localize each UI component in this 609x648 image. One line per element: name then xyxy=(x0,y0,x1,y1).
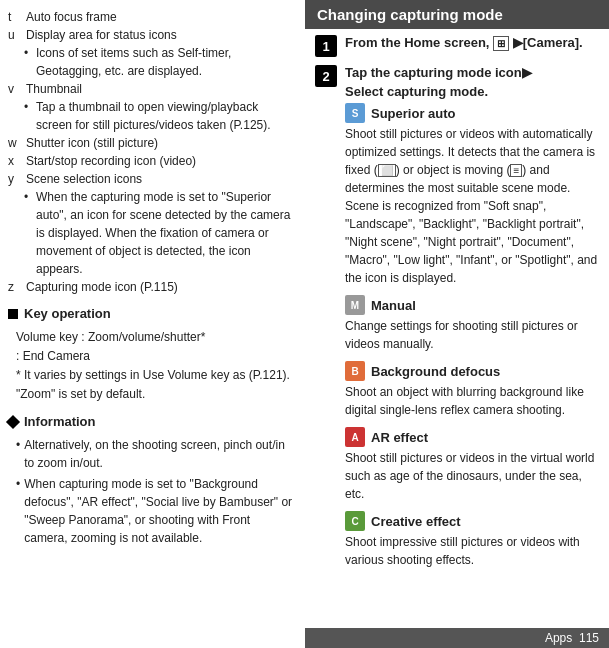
info-bullet-2-text: When capturing mode is set to "Backgroun… xyxy=(24,475,295,547)
item-y-sub1-text: When the capturing mode is set to "Super… xyxy=(36,188,295,278)
item-t: t Auto focus frame xyxy=(8,8,295,26)
mode-background-defocus: B Background defocus Shoot an object wit… xyxy=(345,361,599,419)
item-u-sub1: • Icons of set items such as Self-timer,… xyxy=(8,44,295,80)
footer-page: 115 xyxy=(579,631,599,645)
item-w-text: Shutter icon (still picture) xyxy=(26,134,158,152)
step-2-title-text: Tap the capturing mode icon▶ xyxy=(345,65,532,80)
bg-defocus-icon: B xyxy=(345,361,365,381)
item-t-text: Auto focus frame xyxy=(26,8,117,26)
mode-superior-auto-desc: Shoot still pictures or videos with auto… xyxy=(345,125,599,287)
bullet-dot: • xyxy=(24,98,32,134)
item-v-sub1: • Tap a thumbnail to open viewing/playba… xyxy=(8,98,295,134)
item-v-sub1-text: Tap a thumbnail to open viewing/playback… xyxy=(36,98,295,134)
mode-superior-auto: S Superior auto Shoot still pictures or … xyxy=(345,103,599,287)
mode-manual-desc: Change settings for shooting still pictu… xyxy=(345,317,599,353)
item-z-label: z xyxy=(8,278,22,296)
mode-manual-name: Manual xyxy=(371,298,416,313)
item-w-label: w xyxy=(8,134,22,152)
mode-creative-effect-name: Creative effect xyxy=(371,514,461,529)
mode-bg-defocus-desc: Shoot an object with blurring background… xyxy=(345,383,599,419)
right-column: Changing capturing mode 1 From the Home … xyxy=(305,0,609,648)
creative-effect-icon: C xyxy=(345,511,365,531)
step-2-content: Tap the capturing mode icon▶ Select capt… xyxy=(345,65,599,577)
bullet-dot: • xyxy=(24,188,32,278)
bottom-bar: Apps 115 xyxy=(305,628,609,648)
key-operation-title: Key operation xyxy=(24,304,111,324)
diamond-icon xyxy=(6,415,20,429)
information-header: Information xyxy=(8,412,295,432)
item-u: u Display area for status icons xyxy=(8,26,295,44)
mode-creative-effect-label: C Creative effect xyxy=(345,511,599,531)
section-header: Changing capturing mode xyxy=(305,0,609,29)
superior-auto-icon: S xyxy=(345,103,365,123)
info-bullet-1-text: Alternatively, on the shooting screen, p… xyxy=(24,436,295,472)
step-1-icon: ⊞ xyxy=(493,36,509,51)
step-1-title2: ▶[Camera]. xyxy=(513,35,583,50)
mode-ar-effect-label: A AR effect xyxy=(345,427,599,447)
key-op-line2: : End Camera xyxy=(16,347,295,366)
item-x-text: Start/stop recording icon (video) xyxy=(26,152,196,170)
manual-icon: M xyxy=(345,295,365,315)
key-op-line1: Volume key : Zoom/volume/shutter* xyxy=(16,328,295,347)
step-2: 2 Tap the capturing mode icon▶ Select ca… xyxy=(315,65,599,577)
key-op-line3: * It varies by settings in Use Volume ke… xyxy=(16,366,295,404)
bullet-dot: • xyxy=(16,436,20,472)
item-y-text: Scene selection icons xyxy=(26,170,142,188)
item-u-sub1-text: Icons of set items such as Self-timer, G… xyxy=(36,44,295,80)
item-y-sub1: • When the capturing mode is set to "Sup… xyxy=(8,188,295,278)
item-v-text: Thumbnail xyxy=(26,80,82,98)
info-bullet-2: • When capturing mode is set to "Backgro… xyxy=(16,475,295,547)
mode-ar-effect-name: AR effect xyxy=(371,430,428,445)
information-content: • Alternatively, on the shooting screen,… xyxy=(8,436,295,547)
item-u-text: Display area for status icons xyxy=(26,26,177,44)
mode-bg-defocus-name: Background defocus xyxy=(371,364,500,379)
bullet-dot: • xyxy=(16,475,20,547)
item-u-label: u xyxy=(8,26,22,44)
mode-superior-auto-name: Superior auto xyxy=(371,106,456,121)
step-1-number: 1 xyxy=(315,35,337,57)
mode-manual: M Manual Change settings for shooting st… xyxy=(345,295,599,353)
mode-creative-effect-desc: Shoot impressive still pictures or video… xyxy=(345,533,599,569)
key-operation-header: Key operation xyxy=(8,304,295,324)
step-1-content: From the Home screen, ⊞ ▶[Camera]. xyxy=(345,35,599,57)
item-y-label: y xyxy=(8,170,22,188)
key-operation-content: Volume key : Zoom/volume/shutter* : End … xyxy=(8,328,295,405)
step-2-title2: Select capturing mode. xyxy=(345,84,599,99)
item-x: x Start/stop recording icon (video) xyxy=(8,152,295,170)
mode-ar-effect: A AR effect Shoot still pictures or vide… xyxy=(345,427,599,503)
mode-creative-effect: C Creative effect Shoot impressive still… xyxy=(345,511,599,569)
mode-bg-defocus-label: B Background defocus xyxy=(345,361,599,381)
black-square-icon xyxy=(8,309,18,319)
item-z-text: Capturing mode icon (P.115) xyxy=(26,278,178,296)
item-y: y Scene selection icons xyxy=(8,170,295,188)
step-2-number: 2 xyxy=(315,65,337,87)
item-v: v Thumbnail xyxy=(8,80,295,98)
ar-effect-icon: A xyxy=(345,427,365,447)
info-bullet-1: • Alternatively, on the shooting screen,… xyxy=(16,436,295,472)
item-x-label: x xyxy=(8,152,22,170)
section-title: Changing capturing mode xyxy=(317,6,503,23)
step-1-title-text: From the Home screen, xyxy=(345,35,490,50)
mode-superior-auto-label: S Superior auto xyxy=(345,103,599,123)
step-2-title: Tap the capturing mode icon▶ xyxy=(345,65,599,80)
item-z: z Capturing mode icon (P.115) xyxy=(8,278,295,296)
information-title: Information xyxy=(24,412,96,432)
mode-manual-label: M Manual xyxy=(345,295,599,315)
bullet-dot: • xyxy=(24,44,32,80)
step-1-title: From the Home screen, ⊞ ▶[Camera]. xyxy=(345,35,599,51)
item-v-label: v xyxy=(8,80,22,98)
steps-container: 1 From the Home screen, ⊞ ▶[Camera]. 2 T… xyxy=(305,29,609,628)
item-t-label: t xyxy=(8,8,22,26)
footer-label: Apps xyxy=(545,631,572,645)
item-w: w Shutter icon (still picture) xyxy=(8,134,295,152)
step-2-title2-text: Select capturing mode. xyxy=(345,84,488,99)
mode-ar-effect-desc: Shoot still pictures or videos in the vi… xyxy=(345,449,599,503)
left-column: t Auto focus frame u Display area for st… xyxy=(0,0,305,648)
step-1: 1 From the Home screen, ⊞ ▶[Camera]. xyxy=(315,35,599,57)
